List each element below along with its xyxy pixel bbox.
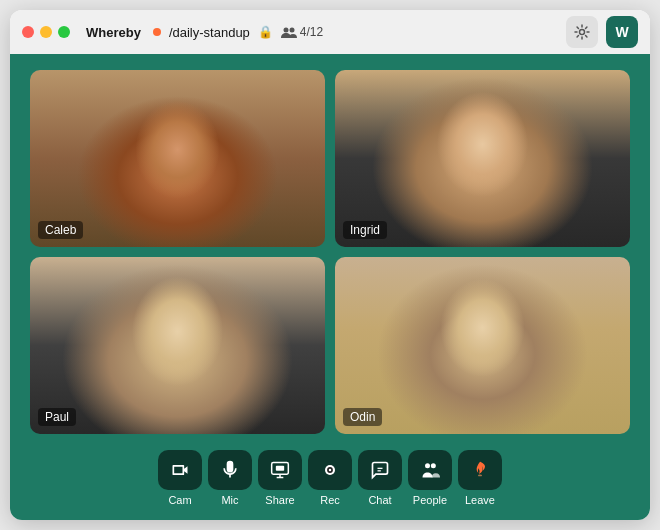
mic-label: Mic (221, 494, 238, 506)
participant-name-ingrid: Ingrid (343, 221, 387, 239)
people-label: People (413, 494, 447, 506)
app-window: Whereby /daily-standup 🔒 4/12 W (10, 10, 650, 520)
chat-button[interactable]: Chat (358, 450, 402, 506)
toolbar: Cam Mic (30, 444, 630, 510)
leave-icon (470, 460, 490, 480)
participant-count: 4/12 (281, 25, 323, 39)
cam-button[interactable]: Cam (158, 450, 202, 506)
minimize-button[interactable] (40, 26, 52, 38)
share-button[interactable]: Share (258, 450, 302, 506)
people-icon (281, 26, 297, 38)
leave-button[interactable]: Leave (458, 450, 502, 506)
share-label: Share (265, 494, 294, 506)
chat-icon (370, 460, 390, 480)
svg-point-12 (478, 475, 482, 477)
room-status-dot (153, 28, 161, 36)
svg-point-7 (329, 469, 332, 472)
video-grid: Caleb Ingrid Paul Odin (30, 70, 630, 434)
video-tile-caleb: Caleb (30, 70, 325, 247)
close-button[interactable] (22, 26, 34, 38)
lock-icon: 🔒 (258, 25, 273, 39)
mic-button[interactable]: Mic (208, 450, 252, 506)
participant-name-paul: Paul (38, 408, 76, 426)
people-toolbar-icon (420, 460, 440, 480)
svg-point-2 (580, 30, 585, 35)
leave-btn-bg[interactable] (458, 450, 502, 490)
share-icon (270, 460, 290, 480)
cam-label: Cam (168, 494, 191, 506)
mic-icon (220, 460, 240, 480)
maximize-button[interactable] (58, 26, 70, 38)
chat-btn-bg[interactable] (358, 450, 402, 490)
user-avatar[interactable]: W (606, 16, 638, 48)
participant-name-caleb: Caleb (38, 221, 83, 239)
people-button[interactable]: People (408, 450, 452, 506)
settings-button[interactable] (566, 16, 598, 48)
leave-label: Leave (465, 494, 495, 506)
rec-button[interactable]: Rec (308, 450, 352, 506)
video-tile-ingrid: Ingrid (335, 70, 630, 247)
participant-name-odin: Odin (343, 408, 382, 426)
titlebar: Whereby /daily-standup 🔒 4/12 W (10, 10, 650, 54)
mic-btn-bg[interactable] (208, 450, 252, 490)
rec-icon (320, 460, 340, 480)
people-btn-bg[interactable] (408, 450, 452, 490)
share-btn-bg[interactable] (258, 450, 302, 490)
room-name: /daily-standup (169, 25, 250, 40)
cam-btn-bg[interactable] (158, 450, 202, 490)
svg-rect-4 (276, 466, 284, 471)
video-tile-paul: Paul (30, 257, 325, 434)
chat-label: Chat (368, 494, 391, 506)
traffic-lights (22, 26, 70, 38)
svg-point-10 (425, 463, 430, 468)
gear-icon (574, 24, 590, 40)
rec-label: Rec (320, 494, 340, 506)
video-tile-odin: Odin (335, 257, 630, 434)
svg-point-1 (289, 28, 294, 33)
main-content: Caleb Ingrid Paul Odin (10, 54, 650, 520)
svg-point-11 (431, 463, 436, 468)
rec-btn-bg[interactable] (308, 450, 352, 490)
cam-icon (170, 460, 190, 480)
svg-point-0 (283, 28, 288, 33)
app-logo: Whereby (86, 25, 141, 40)
